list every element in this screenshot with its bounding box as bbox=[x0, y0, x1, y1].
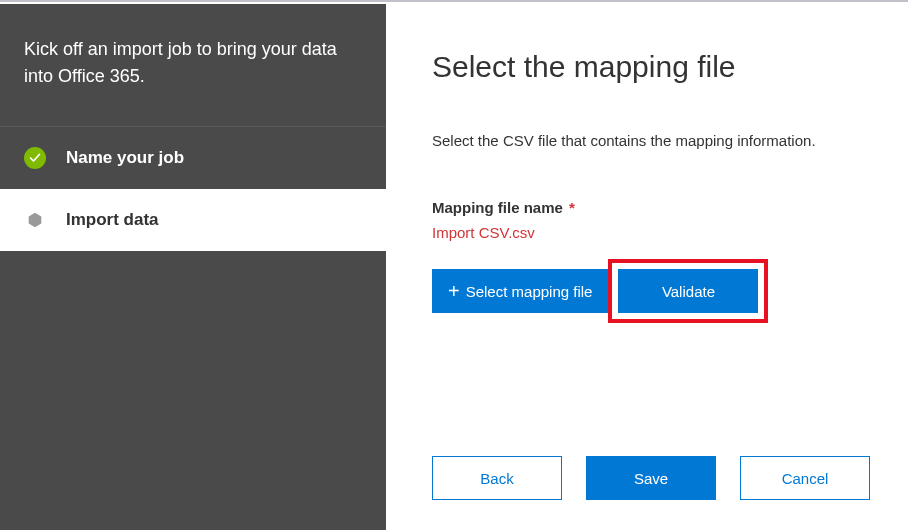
wizard-sidebar: Kick off an import job to bring your dat… bbox=[0, 4, 386, 530]
field-label-text: Mapping file name bbox=[432, 199, 563, 216]
plus-icon: + bbox=[448, 281, 460, 301]
step-label: Import data bbox=[66, 210, 159, 230]
back-button[interactable]: Back bbox=[432, 456, 562, 500]
step-name-your-job[interactable]: Name your job bbox=[0, 127, 386, 189]
mapping-file-value: Import CSV.csv bbox=[432, 224, 872, 241]
save-button-label: Save bbox=[634, 470, 668, 487]
sidebar-fill bbox=[0, 251, 386, 530]
footer-row: Back Save Cancel bbox=[432, 456, 872, 500]
sidebar-intro: Kick off an import job to bring your dat… bbox=[0, 4, 386, 127]
validate-highlight-frame: Validate bbox=[608, 259, 768, 323]
svg-marker-0 bbox=[29, 213, 42, 227]
mapping-file-label: Mapping file name * bbox=[432, 199, 872, 216]
validate-button[interactable]: Validate bbox=[618, 269, 758, 313]
action-row: + Select mapping file Validate bbox=[432, 269, 872, 313]
instruction-text: Select the CSV file that contains the ma… bbox=[432, 132, 872, 149]
required-asterisk: * bbox=[569, 199, 575, 216]
step-current-icon bbox=[24, 209, 46, 231]
top-border bbox=[0, 0, 908, 2]
step-import-data[interactable]: Import data bbox=[0, 189, 386, 251]
save-button[interactable]: Save bbox=[586, 456, 716, 500]
back-button-label: Back bbox=[480, 470, 513, 487]
validate-button-label: Validate bbox=[662, 283, 715, 300]
step-label: Name your job bbox=[66, 148, 184, 168]
cancel-button-label: Cancel bbox=[782, 470, 829, 487]
select-mapping-file-label: Select mapping file bbox=[466, 283, 593, 300]
select-mapping-file-button[interactable]: + Select mapping file bbox=[432, 269, 608, 313]
main-panel: Select the mapping file Select the CSV f… bbox=[386, 0, 908, 530]
check-circle-icon bbox=[24, 147, 46, 169]
cancel-button[interactable]: Cancel bbox=[740, 456, 870, 500]
page-title: Select the mapping file bbox=[432, 50, 872, 84]
